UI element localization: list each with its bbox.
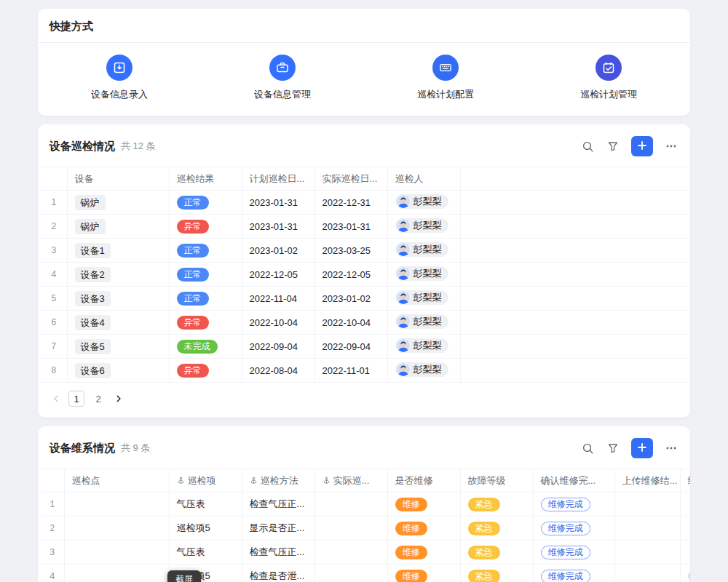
inspector-cell[interactable]: 彭梨梨 bbox=[387, 287, 460, 311]
inspection-point-cell[interactable] bbox=[64, 565, 169, 582]
actual-date-cell[interactable]: 2023-01-31 bbox=[314, 215, 387, 239]
actual-cell[interactable] bbox=[314, 565, 387, 582]
upload-result-cell[interactable] bbox=[614, 517, 680, 541]
actual-cell[interactable] bbox=[314, 493, 387, 517]
repair-cell[interactable]: 维修 bbox=[387, 565, 460, 582]
column-header[interactable]: 实际巡检日... bbox=[314, 167, 387, 191]
filter-icon[interactable] bbox=[606, 441, 620, 455]
inspection-point-cell[interactable] bbox=[64, 541, 169, 565]
column-header[interactable]: 巡检人 bbox=[387, 167, 460, 191]
result-cell[interactable]: 异常 bbox=[169, 359, 242, 383]
shortcut-plan-manage[interactable]: 巡检计划管理 bbox=[527, 55, 690, 101]
actual-date-cell[interactable]: 2022-12-05 bbox=[314, 263, 387, 287]
column-header[interactable]: 设备 bbox=[67, 167, 169, 191]
device-cell[interactable]: 设备2 bbox=[67, 263, 169, 287]
inspection-method-cell[interactable]: 检查气压正... bbox=[242, 493, 314, 517]
fault-level-cell[interactable]: 紧急 bbox=[460, 565, 533, 582]
actual-date-cell[interactable]: 2023-01-02 bbox=[314, 287, 387, 311]
filter-icon[interactable] bbox=[606, 139, 620, 154]
upload-result-cell[interactable] bbox=[614, 541, 680, 565]
actual-date-cell[interactable]: 2023-03-25 bbox=[314, 239, 387, 263]
inspection-method-cell[interactable]: 检查气压正... bbox=[242, 541, 314, 565]
table-row[interactable]: 1锅炉正常2023-01-312022-12-31彭梨梨 bbox=[41, 191, 690, 215]
extra-cell[interactable] bbox=[680, 517, 690, 541]
actual-date-cell[interactable]: 2022-09-04 bbox=[314, 335, 387, 359]
shortcut-device-info-manage[interactable]: 设备信息管理 bbox=[201, 55, 364, 101]
column-header[interactable]: 巡检点 bbox=[64, 469, 169, 493]
inspection-point-cell[interactable] bbox=[64, 517, 169, 541]
inspection-method-cell[interactable]: 显示是否正... bbox=[242, 517, 314, 541]
confirm-repair-cell[interactable]: 维修完成 bbox=[533, 565, 614, 582]
upload-result-cell[interactable] bbox=[614, 493, 680, 517]
inspector-cell[interactable]: 彭梨梨 bbox=[387, 335, 460, 359]
inspection-point-cell[interactable] bbox=[64, 493, 169, 517]
table-row[interactable]: 2巡检项5显示是否正...维修紧急维修完成 bbox=[41, 517, 690, 541]
column-header[interactable]: 实际巡... bbox=[314, 469, 387, 493]
inspection-item-cell[interactable]: 气压表 bbox=[169, 493, 242, 517]
table-row[interactable]: 8设备6异常2022-08-042022-11-01彭梨梨 bbox=[41, 359, 690, 383]
page-button-1[interactable]: 1 bbox=[68, 391, 84, 407]
device-cell[interactable]: 设备3 bbox=[67, 287, 169, 311]
inspector-cell[interactable]: 彭梨梨 bbox=[387, 239, 460, 263]
actual-date-cell[interactable]: 2022-12-31 bbox=[314, 191, 387, 215]
result-cell[interactable]: 未完成 bbox=[169, 335, 242, 359]
confirm-repair-cell[interactable]: 维修完成 bbox=[533, 493, 614, 517]
repair-cell[interactable]: 维修 bbox=[387, 493, 460, 517]
actual-cell[interactable] bbox=[314, 517, 387, 541]
device-cell[interactable]: 设备5 bbox=[67, 335, 169, 359]
more-icon[interactable] bbox=[664, 139, 678, 154]
column-header[interactable]: 巡检方法 bbox=[242, 469, 314, 493]
table-row[interactable]: 4设备2正常2022-12-052022-12-05彭梨梨 bbox=[41, 263, 690, 287]
device-cell[interactable]: 设备1 bbox=[67, 239, 169, 263]
result-cell[interactable]: 正常 bbox=[169, 263, 242, 287]
result-cell[interactable]: 正常 bbox=[169, 287, 242, 311]
add-record-button[interactable] bbox=[631, 438, 653, 458]
column-header[interactable]: 确认维修完... bbox=[533, 469, 614, 493]
planned-date-cell[interactable]: 2023-01-02 bbox=[242, 239, 314, 263]
column-header[interactable]: 故障等级 bbox=[460, 469, 533, 493]
more-icon[interactable] bbox=[664, 441, 678, 455]
inspection-method-cell[interactable]: 检查是否泄... bbox=[242, 565, 314, 582]
table-row[interactable]: 3气压表检查气压正...维修紧急维修完成 bbox=[41, 541, 690, 565]
fault-level-cell[interactable]: 紧急 bbox=[460, 541, 533, 565]
inspection-item-cell[interactable]: 气压表 bbox=[169, 541, 242, 565]
actual-date-cell[interactable]: 2022-11-01 bbox=[314, 359, 387, 383]
device-cell[interactable]: 设备6 bbox=[67, 359, 169, 383]
planned-date-cell[interactable]: 2022-12-05 bbox=[242, 263, 314, 287]
shortcut-device-info-entry[interactable]: 设备信息录入 bbox=[38, 55, 201, 101]
device-cell[interactable]: 锅炉 bbox=[67, 215, 169, 239]
extra-cell[interactable] bbox=[680, 541, 690, 565]
table-row[interactable]: 2锅炉异常2023-01-312023-01-31彭梨梨 bbox=[41, 215, 690, 239]
result-cell[interactable]: 异常 bbox=[169, 215, 242, 239]
extra-cell[interactable] bbox=[680, 493, 690, 517]
actual-date-cell[interactable]: 2022-10-04 bbox=[314, 311, 387, 335]
table-row[interactable]: 3设备1正常2023-01-022023-03-25彭梨梨 bbox=[41, 239, 690, 263]
inspector-cell[interactable]: 彭梨梨 bbox=[387, 311, 460, 335]
result-cell[interactable]: 正常 bbox=[169, 191, 242, 215]
planned-date-cell[interactable]: 2022-10-04 bbox=[242, 311, 314, 335]
device-cell[interactable]: 设备4 bbox=[67, 311, 169, 335]
fault-level-cell[interactable]: 紧急 bbox=[460, 493, 533, 517]
inspector-cell[interactable]: 彭梨梨 bbox=[387, 215, 460, 239]
inspector-cell[interactable]: 彭梨梨 bbox=[387, 359, 460, 383]
column-header[interactable]: 巡检结果 bbox=[169, 167, 242, 191]
fault-level-cell[interactable]: 紧急 bbox=[460, 517, 533, 541]
column-header[interactable]: 上传维修结... bbox=[614, 469, 680, 493]
column-header[interactable]: 巡检项 bbox=[169, 469, 242, 493]
shortcut-plan-config[interactable]: 巡检计划配置 bbox=[364, 55, 527, 101]
planned-date-cell[interactable]: 2023-01-31 bbox=[242, 191, 314, 215]
upload-result-cell[interactable] bbox=[614, 565, 680, 582]
confirm-repair-cell[interactable]: 维修完成 bbox=[533, 541, 614, 565]
search-icon[interactable] bbox=[580, 139, 595, 154]
add-record-button[interactable] bbox=[631, 136, 653, 156]
column-header[interactable]: 是否维修 bbox=[387, 469, 460, 493]
planned-date-cell[interactable]: 2023-01-31 bbox=[242, 215, 314, 239]
inspector-cell[interactable]: 彭梨梨 bbox=[387, 191, 460, 215]
result-cell[interactable]: 异常 bbox=[169, 311, 242, 335]
table-row[interactable]: 6设备4异常2022-10-042022-10-04彭梨梨 bbox=[41, 311, 690, 335]
planned-date-cell[interactable]: 2022-08-04 bbox=[242, 359, 314, 383]
column-header[interactable]: 维... bbox=[680, 469, 690, 493]
column-header[interactable]: 计划巡检日... bbox=[242, 167, 314, 191]
planned-date-cell[interactable]: 2022-09-04 bbox=[242, 335, 314, 359]
table-row[interactable]: 4巡检项5检查是否泄...维修紧急维修完成 bbox=[41, 565, 690, 582]
